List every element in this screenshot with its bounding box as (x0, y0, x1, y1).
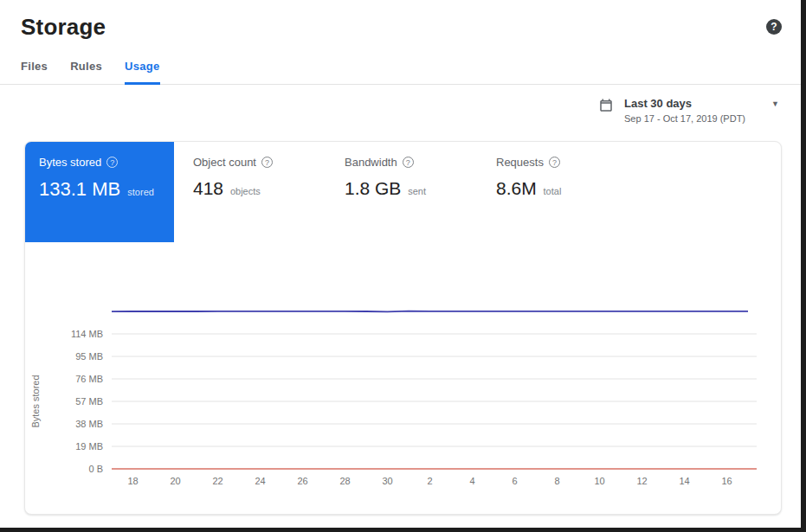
storage-page: Storage ? Files Rules Usage Last 30 days… (0, 0, 801, 528)
svg-text:26: 26 (297, 476, 307, 486)
help-icon[interactable]: ? (766, 19, 782, 35)
svg-text:38 MB: 38 MB (75, 419, 103, 429)
calendar-icon (598, 98, 614, 113)
tab-files[interactable]: Files (21, 60, 48, 85)
svg-text:22: 22 (212, 476, 222, 486)
metric-unit: total (544, 186, 562, 196)
svg-text:Bytes stored: Bytes stored (30, 375, 41, 427)
svg-text:16: 16 (721, 476, 732, 486)
svg-text:76 MB: 76 MB (75, 374, 103, 384)
metric-value-row: 418 objects (193, 178, 326, 199)
svg-text:0 B: 0 B (88, 464, 103, 474)
metric-value: 133.1 MB (39, 178, 120, 200)
svg-text:14: 14 (679, 476, 689, 486)
svg-text:24: 24 (255, 476, 265, 486)
svg-text:20: 20 (170, 476, 180, 486)
date-range-text: Last 30 days Sep 17 - Oct 17, 2019 (PDT) (624, 97, 761, 124)
metric-value: 8.6M (496, 178, 537, 198)
svg-text:12: 12 (636, 476, 647, 486)
svg-text:57 MB: 57 MB (75, 396, 103, 407)
svg-text:10: 10 (594, 476, 604, 486)
metric-value-row: 1.8 GB sent (345, 178, 477, 199)
usage-chart: 114 MB95 MB76 MB57 MB38 MB19 MB0 B182022… (25, 296, 781, 503)
metric-value: 1.8 GB (345, 178, 401, 198)
info-icon[interactable]: ? (403, 157, 414, 168)
metric-label: Requests (496, 156, 544, 169)
usage-chart-svg: 114 MB95 MB76 MB57 MB38 MB19 MB0 B182022… (25, 296, 770, 493)
date-range-selector[interactable]: Last 30 days Sep 17 - Oct 17, 2019 (PDT)… (0, 97, 801, 124)
metric-label-row: Bytes stored ? (39, 156, 160, 169)
metric-bandwidth[interactable]: Bandwidth ? 1.8 GB sent (326, 142, 477, 242)
metric-tabs: Bytes stored ? 133.1 MB stored Object co… (25, 142, 781, 242)
metric-value-row: 133.1 MB stored (39, 178, 160, 201)
svg-text:8: 8 (554, 476, 559, 486)
metric-value-row: 8.6M total (496, 178, 629, 199)
tab-rules[interactable]: Rules (70, 60, 102, 85)
svg-text:2: 2 (427, 476, 432, 486)
svg-text:30: 30 (382, 476, 392, 486)
date-range-sublabel: Sep 17 - Oct 17, 2019 (PDT) (624, 113, 761, 124)
tab-bar: Files Rules Usage (0, 60, 801, 85)
svg-text:18: 18 (127, 476, 138, 486)
metric-unit: objects (230, 186, 261, 196)
metric-value: 418 (193, 178, 223, 198)
info-icon[interactable]: ? (549, 157, 560, 168)
svg-text:114 MB: 114 MB (71, 329, 103, 339)
page-header: Storage ? (0, 0, 801, 41)
metric-bytes-stored[interactable]: Bytes stored ? 133.1 MB stored (25, 142, 174, 242)
metric-unit: sent (408, 186, 426, 196)
page-title: Storage (21, 14, 106, 41)
metric-label: Bandwidth (345, 156, 397, 169)
info-icon[interactable]: ? (261, 157, 273, 168)
svg-text:28: 28 (339, 476, 350, 486)
metric-label-row: Object count ? (193, 156, 326, 169)
svg-text:6: 6 (512, 476, 517, 486)
metric-label-row: Bandwidth ? (345, 156, 477, 169)
metric-object-count[interactable]: Object count ? 418 objects (174, 142, 326, 242)
metric-label: Bytes stored (39, 156, 101, 169)
info-icon[interactable]: ? (106, 157, 118, 168)
chevron-down-icon: ▼ (771, 99, 782, 108)
metric-unit: stored (127, 187, 154, 197)
metric-label-row: Requests ? (496, 156, 629, 169)
usage-card: Bytes stored ? 133.1 MB stored Object co… (24, 141, 782, 515)
svg-text:4: 4 (469, 476, 474, 486)
tab-usage[interactable]: Usage (125, 60, 160, 85)
metric-requests[interactable]: Requests ? 8.6M total (477, 142, 629, 242)
date-range-label: Last 30 days (624, 97, 761, 110)
metric-label: Object count (193, 156, 256, 169)
svg-text:95 MB: 95 MB (75, 351, 103, 362)
svg-text:19 MB: 19 MB (75, 441, 103, 452)
